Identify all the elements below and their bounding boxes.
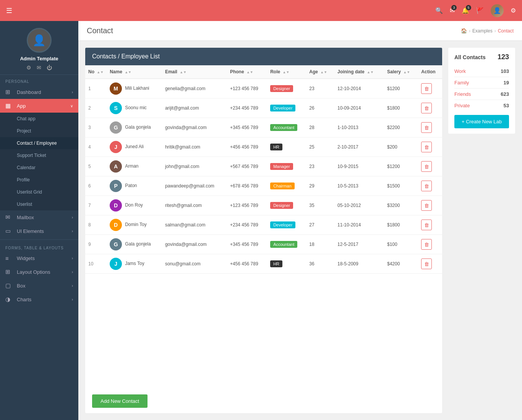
mail-badge: 3 — [451, 5, 457, 10]
bell-icon[interactable]: 🔔 5 — [462, 7, 469, 14]
col-salary: Salery ▲▼ — [384, 65, 418, 79]
flag-icon[interactable]: 🚩 — [476, 7, 484, 14]
sidebar-sub-profile[interactable]: Profile — [0, 174, 78, 186]
contact-avatar: J — [110, 141, 122, 153]
cell-no: 9 — [85, 235, 107, 254]
sort-phone[interactable]: ▲▼ — [246, 70, 253, 74]
cell-salary: $1800 — [384, 215, 418, 235]
sort-age[interactable]: ▲▼ — [320, 70, 327, 74]
user-avatar[interactable]: 👤 — [491, 4, 504, 17]
cell-no: 5 — [85, 157, 107, 176]
sidebar-item-mailbox[interactable]: ✉ Mailbox › — [0, 210, 78, 224]
cell-phone: +123 456 789 — [227, 196, 267, 215]
cell-action: 🗑 — [418, 254, 442, 274]
stat-label[interactable]: Friends — [454, 91, 471, 97]
cell-email: pawandeep@gmail.com — [162, 176, 227, 196]
col-role: Role ▲▼ — [267, 65, 306, 79]
sort-salary[interactable]: ▲▼ — [403, 70, 410, 74]
delete-button[interactable]: 🗑 — [421, 161, 432, 172]
delete-button[interactable]: 🗑 — [421, 200, 432, 211]
sort-name[interactable]: ▲▼ — [125, 70, 131, 74]
cell-role: Designer — [267, 79, 306, 99]
delete-button[interactable]: 🗑 — [421, 181, 432, 191]
settings-icon[interactable]: ⚙ — [511, 7, 516, 14]
add-new-contact-button[interactable]: Add New Contact — [92, 394, 148, 408]
sort-no[interactable]: ▲▼ — [97, 70, 104, 74]
cell-email: john@gmail.com — [162, 157, 227, 176]
mail-icon[interactable]: ✉ 3 — [450, 7, 455, 14]
delete-button[interactable]: 🗑 — [421, 103, 432, 113]
contact-name: Arman — [125, 163, 138, 170]
delete-button[interactable]: 🗑 — [421, 122, 432, 133]
sort-role[interactable]: ▲▼ — [283, 70, 290, 74]
stat-label[interactable]: Family — [454, 80, 469, 86]
cell-joining: 10-5-2013 — [334, 176, 384, 196]
role-badge: HR — [270, 260, 282, 267]
sidebar-sub-userlist[interactable]: Userlist — [0, 198, 78, 210]
sidebar-item-charts[interactable]: ◑ Charts › — [0, 292, 78, 306]
cell-salary: $1200 — [384, 79, 418, 99]
delete-button[interactable]: 🗑 — [421, 142, 432, 152]
sidebar-sub-chat[interactable]: Chat app — [0, 113, 78, 125]
cell-no: 4 — [85, 137, 107, 157]
delete-button[interactable]: 🗑 — [421, 258, 432, 269]
cell-age: 26 — [306, 99, 334, 118]
breadcrumb-examples[interactable]: Examples — [472, 28, 493, 34]
sidebar-sub-userlist-grid[interactable]: Userlist Grid — [0, 186, 78, 198]
sidebar-item-ui[interactable]: ▭ UI Elements › — [0, 224, 78, 238]
sidebar-item-box[interactable]: ▢ Box › — [0, 279, 78, 292]
stat-label[interactable]: Private — [454, 103, 470, 108]
stat-label[interactable]: Work — [454, 68, 466, 74]
page-header: Contact 🏠 › Examples › Contact — [78, 21, 522, 41]
sidebar-item-dashboard[interactable]: ⊞ Dashboard › — [0, 85, 78, 99]
create-label-button[interactable]: + Create New Lab — [454, 115, 509, 128]
sidebar-divider — [0, 239, 78, 240]
gear-icon[interactable]: ⚙ — [26, 65, 31, 71]
sidebar-sub-calendar[interactable]: Calendar — [0, 162, 78, 174]
table-card-header: Contacts / Employee List — [85, 48, 442, 65]
hamburger-icon[interactable]: ☰ — [6, 6, 12, 15]
sidebar-item-app[interactable]: ▦ App ∨ — [0, 99, 78, 113]
cell-phone: +345 456 789 — [227, 118, 267, 137]
cell-role: Manager — [267, 157, 306, 176]
avatar-image: 👤 — [491, 4, 504, 17]
contact-avatar: P — [110, 180, 122, 192]
cell-role: HR — [267, 254, 306, 274]
cell-salary: $1200 — [384, 157, 418, 176]
contact-avatar: D — [110, 199, 122, 212]
search-icon[interactable]: 🔍 — [435, 7, 443, 14]
cell-no: 8 — [85, 215, 107, 235]
sidebar-sub-project[interactable]: Project — [0, 125, 78, 137]
table-card: Contacts / Employee List No ▲▼ Name ▲▼ E… — [85, 48, 442, 413]
delete-button[interactable]: 🗑 — [421, 83, 432, 94]
sidebar-item-layout[interactable]: ⊞ Layout Options › — [0, 265, 78, 279]
sidebar-brand-icons: ⚙ ✉ ⏻ — [26, 65, 52, 71]
envelope-icon[interactable]: ✉ — [37, 65, 41, 71]
cell-age: 36 — [306, 254, 334, 274]
sort-email[interactable]: ▲▼ — [180, 70, 186, 74]
delete-button[interactable]: 🗑 — [421, 220, 432, 230]
cell-phone: +234 456 789 — [227, 99, 267, 118]
contact-avatar: S — [110, 102, 122, 114]
cell-joining: 10-9-2015 — [334, 157, 384, 176]
sort-joining[interactable]: ▲▼ — [367, 70, 374, 74]
sidebar-sub-contact[interactable]: Contact / Employee — [0, 137, 78, 149]
contact-avatar: J — [110, 258, 122, 270]
page-title: Contact — [87, 26, 113, 35]
power-icon[interactable]: ⏻ — [47, 65, 52, 71]
contact-avatar: G — [110, 238, 122, 250]
delete-button[interactable]: 🗑 — [421, 239, 432, 250]
contact-name: Domin Toy — [125, 222, 146, 228]
sidebar-item-widgets[interactable]: ≡ Widgets › — [0, 252, 78, 265]
contacts-stat: Family 19 — [454, 77, 509, 89]
sidebar-sub-contact-label: Contact / Employee — [17, 141, 73, 146]
cell-age: 27 — [306, 215, 334, 235]
cell-phone: +234 456 789 — [227, 215, 267, 235]
cell-salary: $200 — [384, 137, 418, 157]
cell-age: 35 — [306, 196, 334, 215]
contact-name: Jams Toy — [125, 261, 144, 267]
cell-role: Developer — [267, 99, 306, 118]
sidebar-sub-support[interactable]: Support Ticket — [0, 149, 78, 162]
role-badge: Developer — [270, 221, 295, 228]
page-body: Contacts / Employee List No ▲▼ Name ▲▼ E… — [78, 41, 522, 420]
